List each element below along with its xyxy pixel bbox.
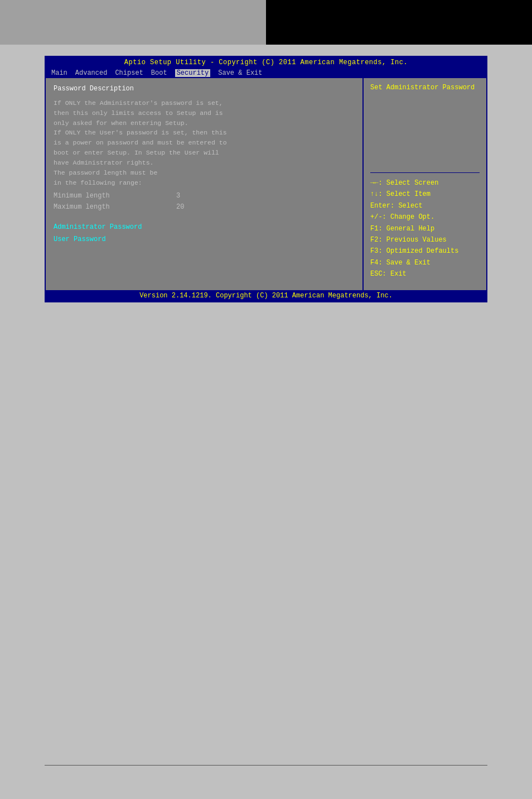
help-item-5: F2: Previous Values <box>370 234 480 246</box>
right-top-section: Set Administrator Password <box>370 84 480 173</box>
help-item-8: ESC: Exit <box>370 268 480 280</box>
desc-line-6: have Administrator rights. <box>54 158 355 168</box>
menu-item-boot[interactable]: Boot <box>151 69 167 77</box>
help-section: →←: Select Screen ↑↓: Select Item Enter:… <box>370 177 480 280</box>
help-item-1: ↑↓: Select Item <box>370 189 480 200</box>
help-item-0: →←: Select Screen <box>370 177 480 189</box>
desc-line-5: boot or enter Setup. In Setup the User w… <box>54 148 355 158</box>
description-text: If ONLY the Administrator's password is … <box>54 98 355 187</box>
menu-item-chipset[interactable]: Chipset <box>115 69 143 77</box>
desc-line-2: only asked for when entering Setup. <box>54 118 355 128</box>
desc-line-3: If ONLY the User's password is set, then… <box>54 128 355 138</box>
user-password-item[interactable]: User Password <box>54 234 355 244</box>
desc-line-8: in the following range: <box>54 178 355 188</box>
menu-item-main[interactable]: Main <box>51 69 67 77</box>
menu-item-security[interactable]: Security <box>175 69 211 77</box>
menu-item-save-exit[interactable]: Save & Exit <box>218 69 262 77</box>
field-min-value: 3 <box>176 191 180 201</box>
help-item-2: Enter: Select <box>370 200 480 211</box>
bios-menu-bar: Main Advanced Chipset Boot Security Save… <box>46 68 486 78</box>
admin-password-item[interactable]: Administrator Password <box>54 222 355 232</box>
footer-text: Version 2.14.1219. Copyright (C) 2011 Am… <box>139 292 393 300</box>
field-min-length: Minimum length 3 <box>54 191 355 201</box>
help-item-3: +/-: Change Opt. <box>370 211 480 223</box>
field-max-label: Maximum length <box>54 202 176 212</box>
bios-container: Aptio Setup Utility - Copyright (C) 2011… <box>45 56 487 302</box>
desc-line-0: If ONLY the Administrator's password is … <box>54 98 355 108</box>
banner-right <box>266 0 532 45</box>
banner-left <box>0 0 266 45</box>
bottom-divider <box>45 765 487 766</box>
field-min-label: Minimum length <box>54 191 176 201</box>
bios-left-panel: Password Description If ONLY the Adminis… <box>46 78 362 290</box>
field-max-length: Maximum length 20 <box>54 202 355 212</box>
desc-line-7: The password length must be <box>54 168 355 178</box>
menu-item-advanced[interactable]: Advanced <box>75 69 108 77</box>
bios-title: Aptio Setup Utility - Copyright (C) 2011… <box>124 59 408 66</box>
help-item-6: F3: Optimized Defaults <box>370 246 480 257</box>
field-max-value: 20 <box>176 202 184 212</box>
right-top-text: Set Administrator Password <box>370 84 475 92</box>
bios-body: Password Description If ONLY the Adminis… <box>46 78 486 290</box>
section-title: Password Description <box>54 84 355 94</box>
help-item-4: F1: General Help <box>370 223 480 234</box>
help-item-7: F4: Save & Exit <box>370 257 480 268</box>
desc-line-4: is a power on password and must be enter… <box>54 138 355 148</box>
bios-right-panel: Set Administrator Password →←: Select Sc… <box>364 78 486 290</box>
desc-line-1: then this only limits access to Setup an… <box>54 108 355 118</box>
bios-footer: Version 2.14.1219. Copyright (C) 2011 Am… <box>46 290 486 301</box>
bios-title-bar: Aptio Setup Utility - Copyright (C) 2011… <box>46 57 486 68</box>
